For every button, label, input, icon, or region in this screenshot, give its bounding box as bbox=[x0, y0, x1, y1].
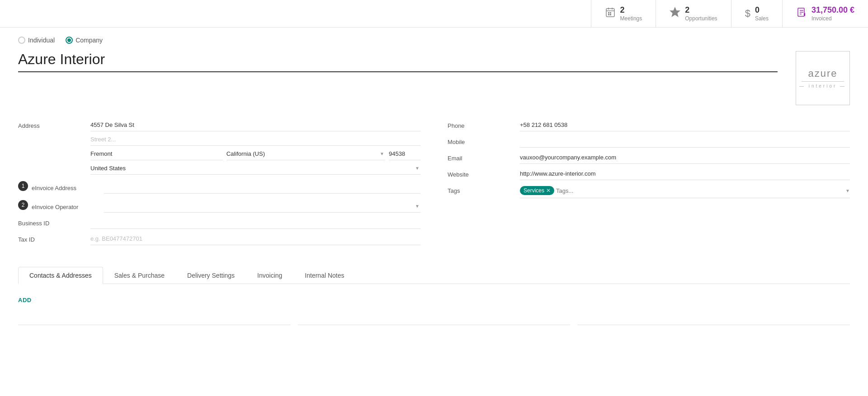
stat-opportunities[interactable]: 2 Opportunities bbox=[656, 0, 731, 27]
logo-text-azure: azure bbox=[808, 68, 837, 79]
company-radio[interactable]: Company bbox=[66, 37, 103, 44]
star-icon bbox=[670, 7, 680, 20]
svg-marker-8 bbox=[670, 8, 679, 16]
form-right: Phone Mobile Email Webs bbox=[448, 119, 850, 249]
tabs-section: Contacts & Addresses Sales & Purchase De… bbox=[18, 267, 850, 284]
bottom-col-1 bbox=[18, 311, 291, 325]
company-name-input[interactable] bbox=[18, 51, 326, 68]
website-field-row: Website bbox=[448, 168, 850, 180]
einvoice-operator-select-wrapper: ▼ bbox=[104, 200, 420, 213]
individual-radio[interactable]: Individual bbox=[18, 37, 55, 44]
meetings-label: Meetings bbox=[620, 15, 642, 22]
business-id-input[interactable] bbox=[90, 216, 420, 229]
services-tag-remove[interactable]: ✕ bbox=[546, 187, 551, 194]
state-select[interactable]: California (US) bbox=[226, 148, 385, 160]
services-tag: Services ✕ bbox=[520, 186, 554, 195]
phone-label: Phone bbox=[448, 119, 520, 129]
einvoice-address-label: eInvoice Address bbox=[32, 181, 104, 191]
tab-internal-notes[interactable]: Internal Notes bbox=[293, 267, 355, 284]
logo-divider bbox=[802, 81, 844, 82]
einvoice-address-value bbox=[104, 178, 420, 194]
tags-field[interactable]: Services ✕ ▼ bbox=[520, 184, 850, 198]
mobile-label: Mobile bbox=[448, 135, 520, 145]
einvoice-operator-row: 2 eInvoice Operator ▼ bbox=[18, 197, 420, 213]
main-content: Individual Company azure — interior — Ad… bbox=[0, 28, 868, 334]
svg-rect-4 bbox=[608, 12, 609, 14]
invoice-icon bbox=[796, 7, 807, 20]
company-logo[interactable]: azure — interior — bbox=[796, 51, 850, 105]
add-button[interactable]: ADD bbox=[18, 293, 32, 307]
website-input[interactable] bbox=[520, 168, 850, 180]
bottom-rows bbox=[18, 311, 850, 325]
country-select-wrapper: United States ▼ bbox=[90, 162, 420, 175]
stat-invoiced[interactable]: 31,750.00 € Invoiced bbox=[782, 0, 868, 27]
calendar-icon bbox=[605, 7, 616, 20]
email-field-row: Email bbox=[448, 151, 850, 164]
company-label: Company bbox=[75, 37, 103, 44]
website-label: Website bbox=[448, 168, 520, 178]
company-radio-circle bbox=[66, 37, 73, 44]
einvoice-address-badge: 1 bbox=[18, 181, 28, 191]
einvoice-address-row: 1 eInvoice Address bbox=[18, 178, 420, 194]
mobile-input[interactable] bbox=[520, 135, 850, 148]
invoiced-label: Invoiced bbox=[811, 15, 832, 22]
einvoice-operator-label: eInvoice Operator bbox=[32, 200, 104, 210]
street1-input[interactable] bbox=[90, 119, 420, 131]
tax-id-input[interactable] bbox=[90, 233, 420, 245]
country-select[interactable]: United States bbox=[90, 162, 420, 174]
dollar-icon: $ bbox=[745, 8, 750, 19]
tax-id-label: Tax ID bbox=[18, 233, 90, 243]
address-field-row: Address California (US) ▼ bbox=[18, 119, 420, 175]
sales-label: Sales bbox=[755, 15, 769, 22]
invoiced-count: 31,750.00 € bbox=[811, 5, 854, 15]
tags-field-row: Tags Services ✕ ▼ bbox=[448, 184, 850, 198]
street2-input[interactable] bbox=[90, 133, 420, 146]
address-value: California (US) ▼ United States ▼ bbox=[90, 119, 420, 175]
email-label: Email bbox=[448, 151, 520, 162]
sales-count: 0 bbox=[755, 5, 760, 15]
tab-contacts-addresses[interactable]: Contacts & Addresses bbox=[18, 267, 103, 284]
tab-sales-purchase[interactable]: Sales & Purchase bbox=[103, 267, 176, 284]
einvoice-operator-select[interactable] bbox=[104, 200, 420, 212]
city-input[interactable] bbox=[90, 148, 223, 160]
individual-radio-circle bbox=[18, 37, 25, 44]
tags-input[interactable] bbox=[556, 187, 844, 194]
tags-dropdown-arrow: ▼ bbox=[845, 188, 850, 193]
tax-id-row: Tax ID bbox=[18, 233, 420, 245]
tabs-list: Contacts & Addresses Sales & Purchase De… bbox=[18, 267, 850, 284]
phone-field-row: Phone bbox=[448, 119, 850, 131]
bottom-col-3 bbox=[577, 311, 850, 325]
form-section: Address California (US) ▼ bbox=[18, 119, 850, 249]
tab-invoicing[interactable]: Invoicing bbox=[246, 267, 293, 284]
einvoice-address-input[interactable] bbox=[104, 181, 420, 194]
zip-input[interactable] bbox=[389, 148, 420, 160]
svg-rect-6 bbox=[608, 14, 609, 15]
form-left: Address California (US) ▼ bbox=[18, 119, 420, 249]
meetings-count: 2 bbox=[620, 5, 625, 15]
state-select-wrapper: California (US) ▼ bbox=[226, 148, 385, 160]
einvoice-operator-badge: 2 bbox=[18, 200, 28, 210]
phone-input[interactable] bbox=[520, 119, 850, 131]
opportunities-label: Opportunities bbox=[685, 15, 717, 22]
opportunities-count: 2 bbox=[685, 5, 689, 15]
svg-rect-7 bbox=[610, 14, 611, 15]
individual-label: Individual bbox=[28, 37, 55, 44]
bottom-col-2 bbox=[298, 311, 571, 325]
svg-rect-5 bbox=[610, 12, 611, 14]
tab-delivery-settings[interactable]: Delivery Settings bbox=[176, 267, 246, 284]
stat-sales[interactable]: $ 0 Sales bbox=[731, 0, 782, 27]
city-state-zip-row: California (US) ▼ bbox=[90, 148, 420, 160]
business-id-row: Business ID bbox=[18, 216, 420, 229]
email-input[interactable] bbox=[520, 151, 850, 164]
services-tag-label: Services bbox=[524, 187, 544, 194]
tags-label: Tags bbox=[448, 184, 520, 194]
address-label: Address bbox=[18, 119, 90, 129]
mobile-field-row: Mobile bbox=[448, 135, 850, 148]
contact-type-selector: Individual Company bbox=[18, 37, 850, 44]
stat-bar: 2 Meetings 2 Opportunities $ 0 Sales bbox=[0, 0, 868, 28]
stat-meetings[interactable]: 2 Meetings bbox=[591, 0, 656, 27]
logo-text-interior: — interior — bbox=[799, 84, 846, 89]
business-id-label: Business ID bbox=[18, 216, 90, 227]
